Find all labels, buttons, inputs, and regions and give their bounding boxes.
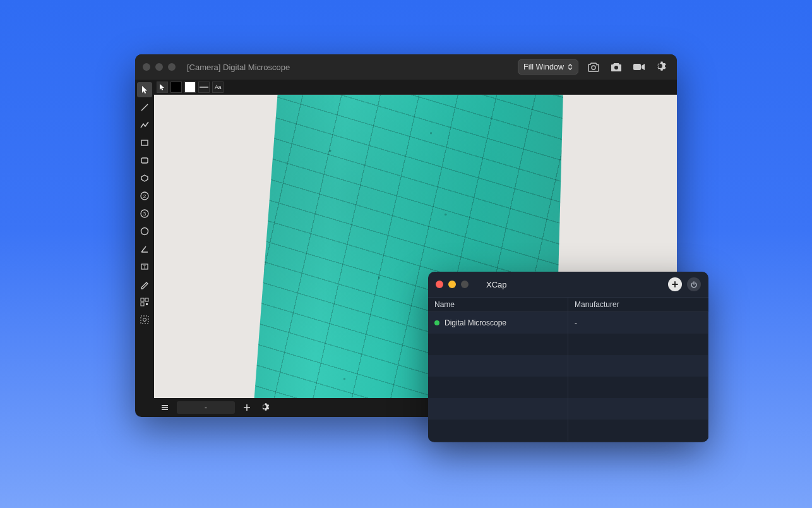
svg-point-20 [143,318,146,322]
qr-tool[interactable] [137,294,152,310]
device-manufacturer: - [575,318,577,327]
pencil-tool[interactable] [137,277,152,292]
zoom-mode-select[interactable]: Fill Window [518,59,578,75]
text-style-label: Aa [215,84,221,90]
table-row [428,377,708,398]
annotation-toolbar: 2 3 T [135,80,154,398]
svg-rect-17 [141,303,144,306]
table-row [428,355,708,377]
angle-tool[interactable] [137,241,152,257]
profile-list-button[interactable] [158,401,172,414]
table-body: Digital Microscope - [428,312,708,441]
rectangle-tool[interactable] [137,135,152,150]
svg-point-2 [614,66,618,70]
column-header-name[interactable]: Name [428,298,568,311]
zoom-window-button[interactable] [461,281,469,288]
svg-rect-18 [146,303,148,305]
device-table: Name Manufacturer Digital Microscope - [428,297,708,442]
traffic-lights [436,281,469,288]
zoom-window-button[interactable] [168,63,176,71]
zoom-mode-value: Fill Window [523,63,564,71]
table-row [428,420,708,441]
annotation-options-bar: Aa [154,80,677,95]
window-title: [Camera] Digital Microscope [187,63,290,72]
svg-text:2: 2 [143,193,146,199]
line-tool[interactable] [137,100,152,115]
svg-rect-21 [162,405,168,406]
svg-rect-7 [141,158,148,163]
text-style-option[interactable]: Aa [212,82,224,93]
status-indicator-icon [434,320,439,325]
svg-rect-23 [162,409,168,410]
fill-color-swatch[interactable] [184,82,196,93]
svg-rect-6 [141,140,148,145]
pointer-tool[interactable] [137,82,152,97]
snapshot-button[interactable] [609,59,624,75]
profile-name-value: - [205,403,207,412]
stroke-color-swatch[interactable] [170,82,182,93]
polygon-tool[interactable] [137,171,152,186]
table-header-row: Name Manufacturer [428,297,708,312]
calibration-tool[interactable] [137,312,152,327]
power-button[interactable] [687,277,701,291]
minimize-window-button[interactable] [155,63,163,71]
camera-titlebar: [Camera] Digital Microscope Fill Window [135,54,677,80]
counter-3-tool[interactable]: 3 [137,206,152,221]
xcap-window: XCap Name Manufacturer Digital Microscop… [428,272,708,442]
svg-rect-15 [141,298,144,301]
stroke-weight-option[interactable] [198,82,210,93]
text-box-tool[interactable]: T [137,259,152,274]
camera-focus-button[interactable] [586,59,601,75]
svg-line-5 [141,104,148,111]
add-device-button[interactable] [668,277,682,291]
record-video-button[interactable] [631,59,647,75]
svg-point-12 [141,228,148,235]
device-name: Digital Microscope [445,318,506,327]
svg-text:T: T [143,265,146,269]
column-header-manufacturer[interactable]: Manufacturer [568,298,708,311]
rounded-rectangle-tool[interactable] [137,153,152,168]
traffic-lights [143,63,176,71]
pointer-option[interactable] [157,82,168,93]
svg-rect-22 [162,407,168,408]
minimize-window-button[interactable] [448,281,456,288]
table-row [428,398,708,420]
svg-rect-16 [145,298,148,301]
polyline-tool[interactable] [137,118,152,133]
xcap-titlebar: XCap [428,272,708,297]
settings-button[interactable] [654,59,669,75]
svg-rect-3 [633,64,641,70]
counter-2-tool[interactable]: 2 [137,188,152,203]
svg-text:3: 3 [143,211,146,217]
circle-tool[interactable] [137,224,152,239]
table-row [428,334,708,355]
svg-point-1 [597,65,598,66]
close-window-button[interactable] [143,63,150,71]
profile-name-field[interactable]: - [177,401,235,414]
xcap-title: XCap [486,280,507,289]
svg-point-0 [592,66,595,70]
add-profile-button[interactable] [240,401,254,414]
svg-rect-19 [141,316,148,324]
close-window-button[interactable] [436,281,443,288]
chevron-updown-icon [568,64,573,70]
table-row[interactable]: Digital Microscope - [428,312,708,334]
profile-settings-button[interactable] [259,401,273,414]
